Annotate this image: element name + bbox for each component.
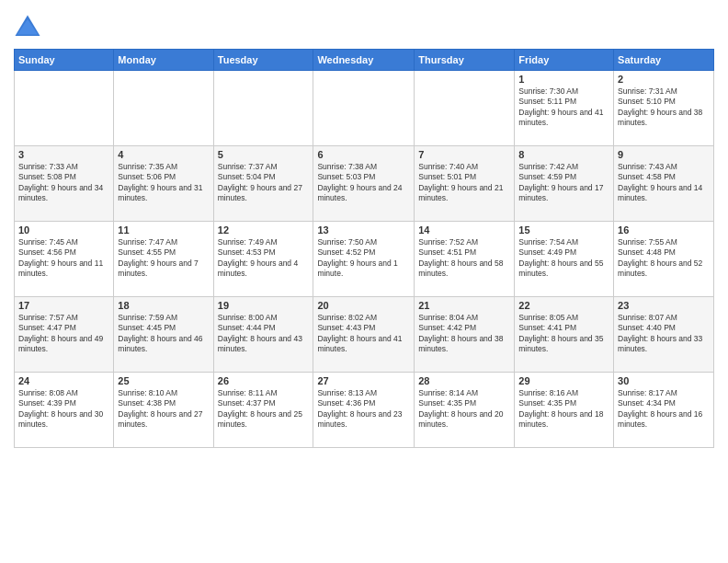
week-row-2: 10Sunrise: 7:45 AM Sunset: 4:56 PM Dayli… xyxy=(15,222,714,297)
week-row-4: 24Sunrise: 8:08 AM Sunset: 4:39 PM Dayli… xyxy=(15,373,714,448)
day-info: Sunrise: 7:54 AM Sunset: 4:49 PM Dayligh… xyxy=(518,237,609,280)
day-info: Sunrise: 7:45 AM Sunset: 4:56 PM Dayligh… xyxy=(18,237,109,280)
day-info: Sunrise: 7:38 AM Sunset: 5:03 PM Dayligh… xyxy=(317,162,410,204)
calendar-cell: 28Sunrise: 8:14 AM Sunset: 4:35 PM Dayli… xyxy=(415,373,515,448)
day-info: Sunrise: 8:08 AM Sunset: 4:39 PM Dayligh… xyxy=(18,388,109,431)
calendar-cell: 11Sunrise: 7:47 AM Sunset: 4:55 PM Dayli… xyxy=(114,222,213,297)
day-info: Sunrise: 7:31 AM Sunset: 5:10 PM Dayligh… xyxy=(618,86,710,129)
day-info: Sunrise: 8:11 AM Sunset: 4:37 PM Dayligh… xyxy=(218,388,310,431)
day-info: Sunrise: 8:13 AM Sunset: 4:36 PM Dayligh… xyxy=(317,388,410,431)
day-info: Sunrise: 7:49 AM Sunset: 4:53 PM Dayligh… xyxy=(218,237,310,280)
day-header-tuesday: Tuesday xyxy=(213,50,313,71)
calendar-cell xyxy=(15,71,114,146)
day-info: Sunrise: 7:57 AM Sunset: 4:47 PM Dayligh… xyxy=(18,313,109,355)
day-info: Sunrise: 7:55 AM Sunset: 4:48 PM Dayligh… xyxy=(618,237,710,280)
calendar-cell: 22Sunrise: 8:05 AM Sunset: 4:41 PM Dayli… xyxy=(515,297,614,373)
day-info: Sunrise: 8:07 AM Sunset: 4:40 PM Dayligh… xyxy=(618,313,710,355)
day-number: 9 xyxy=(618,149,710,160)
day-number: 13 xyxy=(317,224,410,236)
calendar-cell xyxy=(114,71,213,146)
calendar-cell: 27Sunrise: 8:13 AM Sunset: 4:36 PM Dayli… xyxy=(313,373,415,448)
day-header-thursday: Thursday xyxy=(415,50,515,71)
day-info: Sunrise: 8:16 AM Sunset: 4:35 PM Dayligh… xyxy=(518,388,609,431)
calendar-cell: 8Sunrise: 7:42 AM Sunset: 4:59 PM Daylig… xyxy=(515,146,614,222)
day-number: 1 xyxy=(518,74,609,85)
calendar-cell: 23Sunrise: 8:07 AM Sunset: 4:40 PM Dayli… xyxy=(614,297,714,373)
day-info: Sunrise: 7:59 AM Sunset: 4:45 PM Dayligh… xyxy=(118,313,209,355)
day-header-wednesday: Wednesday xyxy=(313,50,415,71)
day-number: 11 xyxy=(118,224,209,236)
day-number: 6 xyxy=(317,149,410,160)
calendar: SundayMondayTuesdayWednesdayThursdayFrid… xyxy=(14,49,714,448)
calendar-cell: 21Sunrise: 8:04 AM Sunset: 4:42 PM Dayli… xyxy=(415,297,515,373)
day-number: 25 xyxy=(118,375,209,386)
day-number: 12 xyxy=(218,224,310,236)
day-number: 29 xyxy=(518,375,609,386)
calendar-cell: 7Sunrise: 7:40 AM Sunset: 5:01 PM Daylig… xyxy=(415,146,515,222)
header-row: SundayMondayTuesdayWednesdayThursdayFrid… xyxy=(15,50,714,71)
calendar-cell: 14Sunrise: 7:52 AM Sunset: 4:51 PM Dayli… xyxy=(415,222,515,297)
day-number: 19 xyxy=(218,300,310,311)
svg-marker-1 xyxy=(17,19,39,35)
calendar-cell: 20Sunrise: 8:02 AM Sunset: 4:43 PM Dayli… xyxy=(313,297,415,373)
day-number: 4 xyxy=(118,149,209,160)
day-info: Sunrise: 7:47 AM Sunset: 4:55 PM Dayligh… xyxy=(118,237,209,280)
calendar-cell: 26Sunrise: 8:11 AM Sunset: 4:37 PM Dayli… xyxy=(213,373,313,448)
day-number: 15 xyxy=(518,224,609,236)
day-header-sunday: Sunday xyxy=(15,50,114,71)
calendar-cell: 4Sunrise: 7:35 AM Sunset: 5:06 PM Daylig… xyxy=(114,146,213,222)
calendar-cell: 12Sunrise: 7:49 AM Sunset: 4:53 PM Dayli… xyxy=(213,222,313,297)
calendar-cell: 16Sunrise: 7:55 AM Sunset: 4:48 PM Dayli… xyxy=(614,222,714,297)
day-number: 30 xyxy=(618,375,710,386)
calendar-cell: 29Sunrise: 8:16 AM Sunset: 4:35 PM Dayli… xyxy=(515,373,614,448)
day-number: 26 xyxy=(218,375,310,386)
day-info: Sunrise: 8:04 AM Sunset: 4:42 PM Dayligh… xyxy=(418,313,510,355)
day-number: 7 xyxy=(418,149,510,160)
day-header-friday: Friday xyxy=(515,50,614,71)
calendar-cell: 30Sunrise: 8:17 AM Sunset: 4:34 PM Dayli… xyxy=(614,373,714,448)
day-number: 24 xyxy=(18,375,109,386)
day-number: 20 xyxy=(317,300,410,311)
calendar-cell: 18Sunrise: 7:59 AM Sunset: 4:45 PM Dayli… xyxy=(114,297,213,373)
day-number: 27 xyxy=(317,375,410,386)
calendar-cell: 1Sunrise: 7:30 AM Sunset: 5:11 PM Daylig… xyxy=(515,71,614,146)
day-info: Sunrise: 8:10 AM Sunset: 4:38 PM Dayligh… xyxy=(118,388,209,431)
calendar-cell: 15Sunrise: 7:54 AM Sunset: 4:49 PM Dayli… xyxy=(515,222,614,297)
calendar-cell xyxy=(213,71,313,146)
day-number: 21 xyxy=(418,300,510,311)
day-header-monday: Monday xyxy=(114,50,213,71)
day-number: 10 xyxy=(18,224,109,236)
calendar-cell: 13Sunrise: 7:50 AM Sunset: 4:52 PM Dayli… xyxy=(313,222,415,297)
calendar-cell: 5Sunrise: 7:37 AM Sunset: 5:04 PM Daylig… xyxy=(213,146,313,222)
calendar-cell: 9Sunrise: 7:43 AM Sunset: 4:58 PM Daylig… xyxy=(614,146,714,222)
day-number: 28 xyxy=(418,375,510,386)
day-number: 8 xyxy=(518,149,609,160)
calendar-cell: 10Sunrise: 7:45 AM Sunset: 4:56 PM Dayli… xyxy=(15,222,114,297)
week-row-1: 3Sunrise: 7:33 AM Sunset: 5:08 PM Daylig… xyxy=(15,146,714,222)
logo xyxy=(14,14,45,41)
day-number: 16 xyxy=(618,224,710,236)
day-info: Sunrise: 7:30 AM Sunset: 5:11 PM Dayligh… xyxy=(518,86,609,129)
day-info: Sunrise: 7:37 AM Sunset: 5:04 PM Dayligh… xyxy=(218,162,310,204)
day-info: Sunrise: 8:02 AM Sunset: 4:43 PM Dayligh… xyxy=(317,313,410,355)
day-info: Sunrise: 7:40 AM Sunset: 5:01 PM Dayligh… xyxy=(418,162,510,204)
day-info: Sunrise: 7:42 AM Sunset: 4:59 PM Dayligh… xyxy=(518,162,609,204)
day-number: 18 xyxy=(118,300,209,311)
calendar-cell: 6Sunrise: 7:38 AM Sunset: 5:03 PM Daylig… xyxy=(313,146,415,222)
calendar-cell: 19Sunrise: 8:00 AM Sunset: 4:44 PM Dayli… xyxy=(213,297,313,373)
day-header-saturday: Saturday xyxy=(614,50,714,71)
day-info: Sunrise: 8:14 AM Sunset: 4:35 PM Dayligh… xyxy=(418,388,510,431)
day-info: Sunrise: 8:17 AM Sunset: 4:34 PM Dayligh… xyxy=(618,388,710,431)
day-info: Sunrise: 8:05 AM Sunset: 4:41 PM Dayligh… xyxy=(518,313,609,355)
calendar-cell: 25Sunrise: 8:10 AM Sunset: 4:38 PM Dayli… xyxy=(114,373,213,448)
logo-icon xyxy=(14,14,41,41)
day-info: Sunrise: 7:33 AM Sunset: 5:08 PM Dayligh… xyxy=(18,162,109,204)
page: SundayMondayTuesdayWednesdayThursdayFrid… xyxy=(0,0,728,563)
day-info: Sunrise: 7:50 AM Sunset: 4:52 PM Dayligh… xyxy=(317,237,410,280)
day-info: Sunrise: 8:00 AM Sunset: 4:44 PM Dayligh… xyxy=(218,313,310,355)
calendar-cell: 17Sunrise: 7:57 AM Sunset: 4:47 PM Dayli… xyxy=(15,297,114,373)
day-number: 2 xyxy=(618,74,710,85)
calendar-cell: 24Sunrise: 8:08 AM Sunset: 4:39 PM Dayli… xyxy=(15,373,114,448)
day-number: 14 xyxy=(418,224,510,236)
week-row-0: 1Sunrise: 7:30 AM Sunset: 5:11 PM Daylig… xyxy=(15,71,714,146)
